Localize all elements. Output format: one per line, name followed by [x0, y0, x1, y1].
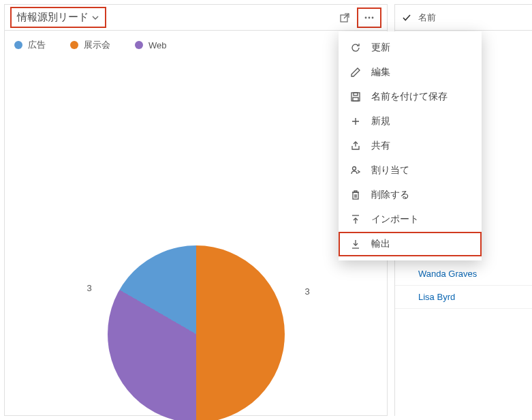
menu-label: 編集	[371, 66, 390, 78]
menu-label: 共有	[371, 140, 390, 152]
import-icon	[349, 214, 362, 225]
legend-label-1: 展示会	[84, 39, 110, 51]
pie-chart[interactable]	[108, 245, 285, 420]
legend-item-2[interactable]: Web	[135, 40, 167, 50]
plus-icon	[349, 116, 362, 127]
menu-label: インポート	[371, 213, 419, 226]
legend-item-0[interactable]: 広告	[14, 39, 46, 51]
menu-item-saveas[interactable]: 名前を付けて保存	[339, 85, 482, 109]
list-header: 名前	[395, 5, 532, 31]
check-icon[interactable]	[402, 13, 411, 22]
menu-item-export[interactable]: 輸出	[339, 232, 482, 256]
chart-panel: 情報源別リード 広告 展示会 Web	[4, 4, 388, 416]
svg-rect-6	[353, 97, 358, 101]
menu-item-import[interactable]: インポート	[339, 207, 482, 232]
menu-label: 新規	[371, 115, 390, 127]
trash-icon	[349, 190, 362, 200]
pie-wrap: 3 4 3	[108, 245, 285, 420]
menu-item-delete[interactable]: 削除する	[339, 183, 482, 207]
list-item-text: Lisa Byrd	[418, 292, 455, 302]
menu-label: 割り当て	[371, 164, 409, 177]
menu-label: 名前を付けて保存	[371, 91, 448, 103]
more-button[interactable]	[357, 7, 381, 28]
chart-legend: 広告 展示会 Web	[5, 31, 387, 51]
svg-rect-5	[354, 93, 358, 95]
list-item[interactable]: Wanda Graves	[395, 262, 532, 286]
assign-icon	[349, 165, 362, 176]
legend-label-0: 広告	[28, 39, 46, 51]
save-icon	[349, 91, 362, 102]
slice-label-purple: 3	[87, 283, 92, 293]
popout-button[interactable]	[332, 7, 357, 28]
chart-title-text: 情報源別リード	[17, 11, 89, 24]
chevron-down-icon	[91, 14, 99, 22]
menu-item-new[interactable]: 新規	[339, 109, 482, 134]
legend-item-1[interactable]: 展示会	[70, 39, 110, 51]
svg-point-2	[369, 16, 371, 18]
menu-item-edit[interactable]: 編集	[339, 60, 482, 85]
list-item-text: Wanda Graves	[418, 269, 477, 279]
chart-header: 情報源別リード	[5, 5, 387, 31]
svg-point-1	[365, 16, 367, 18]
menu-item-refresh[interactable]: 更新	[339, 35, 482, 60]
column-header-name[interactable]: 名前	[418, 12, 436, 24]
legend-label-2: Web	[148, 40, 167, 50]
menu-label: 更新	[371, 42, 390, 54]
popout-icon	[339, 12, 350, 23]
refresh-icon	[349, 42, 362, 53]
list-item[interactable]: Lisa Byrd	[395, 286, 532, 309]
menu-label: 輸出	[371, 238, 390, 250]
export-icon	[349, 239, 362, 250]
svg-rect-8	[353, 192, 358, 199]
svg-point-7	[353, 167, 356, 170]
share-icon	[349, 140, 362, 151]
svg-point-3	[372, 16, 374, 18]
legend-dot-2	[135, 41, 143, 49]
slice-label-blue: 3	[305, 286, 310, 297]
menu-label: 削除する	[371, 189, 409, 201]
chart-area: 3 4 3	[5, 51, 387, 406]
legend-dot-0	[14, 41, 22, 49]
menu-item-assign[interactable]: 割り当て	[339, 158, 482, 183]
context-menu: 更新 編集 名前を付けて保存 新規 共有 割り当て 削除する インポート 輸出	[339, 31, 482, 260]
pencil-icon	[349, 67, 362, 78]
menu-item-share[interactable]: 共有	[339, 134, 482, 158]
ellipsis-icon	[363, 12, 375, 23]
chart-title-dropdown[interactable]: 情報源別リード	[10, 7, 106, 28]
legend-dot-1	[70, 41, 78, 49]
